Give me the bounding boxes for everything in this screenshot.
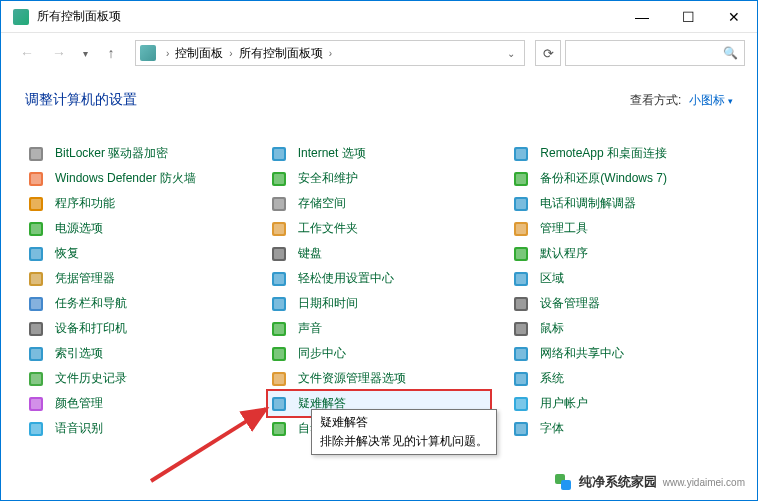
svg-rect-51 bbox=[516, 174, 526, 184]
cp-item-label: 恢复 bbox=[55, 245, 79, 262]
breadcrumb-sep: › bbox=[225, 48, 236, 59]
svg-rect-71 bbox=[516, 424, 526, 434]
back-button[interactable]: ← bbox=[13, 39, 41, 67]
columns: BitLocker 驱动器加密Windows Defender 防火墙程序和功能… bbox=[25, 141, 733, 441]
cp-item-label: 字体 bbox=[540, 420, 564, 437]
cp-item-ease[interactable]: 轻松使用设置中心 bbox=[268, 266, 491, 291]
viewby-value[interactable]: 小图标 bbox=[689, 93, 725, 107]
svg-rect-9 bbox=[31, 249, 41, 259]
search-icon: 🔍 bbox=[723, 46, 738, 60]
cp-item-label: 区域 bbox=[540, 270, 564, 287]
cp-item-label: 用户帐户 bbox=[540, 395, 588, 412]
page-title: 调整计算机的设置 bbox=[25, 91, 137, 109]
refresh-button[interactable]: ⟳ bbox=[535, 40, 561, 66]
svg-rect-37 bbox=[274, 299, 284, 309]
column-1: BitLocker 驱动器加密Windows Defender 防火墙程序和功能… bbox=[25, 141, 248, 441]
cp-item-label: 任务栏和导航 bbox=[55, 295, 127, 312]
cp-item-label: 电源选项 bbox=[55, 220, 103, 237]
control-panel-icon bbox=[13, 9, 29, 25]
defender-icon bbox=[27, 170, 45, 188]
fonts-icon bbox=[512, 420, 530, 438]
cp-item-explorer[interactable]: 文件资源管理器选项 bbox=[268, 366, 491, 391]
explorer-icon bbox=[270, 370, 288, 388]
indexing-icon bbox=[27, 345, 45, 363]
cp-item-label: 电话和调制解调器 bbox=[540, 195, 636, 212]
cp-item-label: 日期和时间 bbox=[298, 295, 358, 312]
history-dropdown[interactable]: ▾ bbox=[77, 39, 93, 67]
watermark-url: www.yidaimei.com bbox=[663, 477, 745, 488]
cp-item-fonts[interactable]: 字体 bbox=[510, 416, 733, 441]
cp-item-devices[interactable]: 设备和打印机 bbox=[25, 316, 248, 341]
svg-rect-41 bbox=[274, 349, 284, 359]
cp-item-bitlocker[interactable]: BitLocker 驱动器加密 bbox=[25, 141, 248, 166]
cp-item-devicemgr[interactable]: 设备管理器 bbox=[510, 291, 733, 316]
cp-item-label: 存储空间 bbox=[298, 195, 346, 212]
credential-icon bbox=[27, 270, 45, 288]
cp-item-defaults[interactable]: 默认程序 bbox=[510, 241, 733, 266]
cp-item-label: 颜色管理 bbox=[55, 395, 103, 412]
svg-rect-59 bbox=[516, 274, 526, 284]
speech-icon bbox=[27, 420, 45, 438]
cp-item-power[interactable]: 电源选项 bbox=[25, 216, 248, 241]
users-icon bbox=[512, 395, 530, 413]
svg-rect-25 bbox=[274, 149, 284, 159]
breadcrumb-current[interactable]: 所有控制面板项 bbox=[237, 45, 325, 62]
phone-icon bbox=[512, 195, 530, 213]
svg-rect-3 bbox=[31, 174, 41, 184]
svg-rect-35 bbox=[274, 274, 284, 284]
cp-item-admin[interactable]: 管理工具 bbox=[510, 216, 733, 241]
cp-item-storage[interactable]: 存储空间 bbox=[268, 191, 491, 216]
close-button[interactable]: ✕ bbox=[711, 2, 757, 32]
cp-item-taskbar[interactable]: 任务栏和导航 bbox=[25, 291, 248, 316]
cp-item-programs[interactable]: 程序和功能 bbox=[25, 191, 248, 216]
cp-item-label: Internet 选项 bbox=[298, 145, 366, 162]
security-icon bbox=[270, 170, 288, 188]
cp-item-recovery[interactable]: 恢复 bbox=[25, 241, 248, 266]
cp-item-sound[interactable]: 声音 bbox=[268, 316, 491, 341]
view-by: 查看方式: 小图标 ▾ bbox=[630, 92, 733, 109]
cp-item-label: 设备和打印机 bbox=[55, 320, 127, 337]
breadcrumb-root[interactable]: 控制面板 bbox=[173, 45, 225, 62]
cp-item-mouse[interactable]: 鼠标 bbox=[510, 316, 733, 341]
maximize-button[interactable]: ☐ bbox=[665, 2, 711, 32]
cp-item-filehistory[interactable]: 文件历史记录 bbox=[25, 366, 248, 391]
cp-item-datetime[interactable]: 日期和时间 bbox=[268, 291, 491, 316]
svg-rect-49 bbox=[516, 149, 526, 159]
viewby-dropdown-icon[interactable]: ▾ bbox=[728, 96, 733, 106]
cp-item-keyboard[interactable]: 键盘 bbox=[268, 241, 491, 266]
cp-item-internet[interactable]: Internet 选项 bbox=[268, 141, 491, 166]
cp-item-users[interactable]: 用户帐户 bbox=[510, 391, 733, 416]
svg-rect-69 bbox=[516, 399, 526, 409]
cp-item-defender[interactable]: Windows Defender 防火墙 bbox=[25, 166, 248, 191]
cp-item-system[interactable]: 系统 bbox=[510, 366, 733, 391]
svg-rect-23 bbox=[31, 424, 41, 434]
cp-item-network[interactable]: 网络和共享中心 bbox=[510, 341, 733, 366]
content-area: BitLocker 驱动器加密Windows Defender 防火墙程序和功能… bbox=[1, 121, 757, 441]
svg-rect-29 bbox=[274, 199, 284, 209]
network-icon bbox=[512, 345, 530, 363]
color-icon bbox=[27, 395, 45, 413]
backup-icon bbox=[512, 170, 530, 188]
cp-item-credential[interactable]: 凭据管理器 bbox=[25, 266, 248, 291]
cp-item-backup[interactable]: 备份和还原(Windows 7) bbox=[510, 166, 733, 191]
cp-item-region[interactable]: 区域 bbox=[510, 266, 733, 291]
cp-item-remoteapp[interactable]: RemoteApp 和桌面连接 bbox=[510, 141, 733, 166]
cp-item-workfolders[interactable]: 工作文件夹 bbox=[268, 216, 491, 241]
breadcrumb-bar[interactable]: › 控制面板 › 所有控制面板项 › ⌄ bbox=[135, 40, 525, 66]
cp-item-phone[interactable]: 电话和调制解调器 bbox=[510, 191, 733, 216]
forward-button[interactable]: → bbox=[45, 39, 73, 67]
cp-item-indexing[interactable]: 索引选项 bbox=[25, 341, 248, 366]
svg-line-72 bbox=[151, 409, 266, 481]
tooltip-body: 排除并解决常见的计算机问题。 bbox=[320, 433, 488, 450]
breadcrumb-dropdown[interactable]: ⌄ bbox=[502, 48, 520, 59]
search-box[interactable]: 🔍 bbox=[565, 40, 745, 66]
cp-item-sync[interactable]: 同步中心 bbox=[268, 341, 491, 366]
up-button[interactable]: ↑ bbox=[97, 39, 125, 67]
breadcrumb-icon bbox=[140, 45, 156, 61]
toolbar: ← → ▾ ↑ › 控制面板 › 所有控制面板项 › ⌄ ⟳ 🔍 bbox=[1, 33, 757, 73]
header: 调整计算机的设置 查看方式: 小图标 ▾ bbox=[1, 73, 757, 121]
cp-item-security[interactable]: 安全和维护 bbox=[268, 166, 491, 191]
region-icon bbox=[512, 270, 530, 288]
minimize-button[interactable]: — bbox=[619, 2, 665, 32]
svg-rect-61 bbox=[516, 299, 526, 309]
